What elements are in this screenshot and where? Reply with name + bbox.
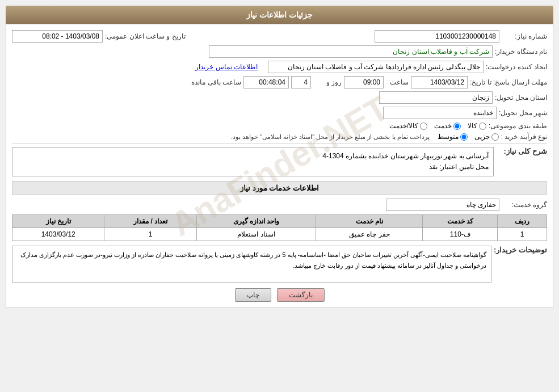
announcement-date-input[interactable] (12, 30, 103, 43)
category-label: طبقه بندی موضوعی: (489, 122, 547, 130)
delivery-city-label: شهر محل تحویل: (499, 109, 547, 117)
col-unit: واحد اندازه گیری (196, 215, 316, 228)
creator-input[interactable] (268, 61, 484, 73)
reply-remaining-input[interactable] (243, 76, 289, 88)
category-row: طبقه بندی موضوعی: کالا خدمت کالا/خدمت (12, 122, 547, 130)
process-note: پرداخت تمام یا بخشی از مبلغ خریدار از مح… (231, 133, 430, 141)
col-row-num: ردیف (498, 215, 547, 228)
reply-deadline-label: مهلت ارسال پاسخ: تا تاریخ: (470, 78, 547, 86)
page-header: جزئیات اطلاعات نیاز (6, 6, 553, 24)
category-label-both: کالا/خدمت (389, 122, 418, 130)
description-section-label: شرح کلی نیاز: (496, 147, 547, 155)
services-table: ردیف کد خدمت نام خدمت واحد اندازه گیری ت… (12, 214, 547, 241)
services-section-title: اطلاعات خدمات مورد نیاز (12, 181, 547, 195)
delivery-province-label: استان محل تحویل: (495, 94, 547, 102)
reply-date-input[interactable] (411, 76, 468, 88)
col-service-name: نام خدمت (316, 215, 423, 228)
description-row: شرح کلی نیاز: آبرسانی به شهر نورببهار شه… (12, 147, 547, 176)
need-number-row: شماره نیاز: تاریخ و ساعت اعلان عمومی: (12, 30, 547, 43)
delivery-province-row: استان محل تحویل: (12, 91, 547, 104)
category-label-service: خدمت (434, 122, 452, 130)
process-row: نوع فرآیند خرید : جزیی متوسط پرداخت تمام… (12, 133, 547, 141)
delivery-city-input[interactable] (383, 107, 497, 119)
category-radio-both[interactable] (420, 123, 427, 130)
description-line1: آبرسانی به شهر نورببهار شهرستان خدابنده … (17, 151, 489, 162)
category-option-goods[interactable]: کالا (468, 122, 486, 130)
col-qty: تعداد / مقدار (104, 215, 196, 228)
process-label: نوع فرآیند خرید : (501, 133, 547, 141)
process-option-medium[interactable]: متوسط (438, 133, 468, 141)
process-label-medium: متوسط (438, 133, 459, 141)
col-date: تاریخ نیاز (12, 215, 104, 228)
buyer-org-input[interactable] (209, 45, 493, 58)
col-service-code: کد خدمت (423, 215, 498, 228)
category-radio-group: کالا خدمت کالا/خدمت (389, 122, 486, 130)
process-option-partial[interactable]: جزیی (474, 133, 499, 141)
service-group-row: گروه خدمت: (12, 199, 547, 211)
table-row: 1ف-110حفر چاه عمیقاسناد استعلام11403/03/… (12, 228, 547, 241)
reply-days-input[interactable] (291, 76, 311, 88)
description-box: آبرسانی به شهر نورببهار شهرستان خدابنده … (12, 147, 494, 176)
reply-deadline-row: مهلت ارسال پاسخ: تا تاریخ: ساعت روز و سا… (12, 76, 547, 88)
separator-1 (12, 144, 547, 144)
buyer-org-label: نام دستگاه خریدار: (495, 48, 547, 56)
buyer-desc-row: توضیحات خریدار: گواهینامه صلاحیت ایمنی-آ… (12, 246, 547, 283)
creator-label: ایجاد کننده درخواست: (486, 63, 547, 71)
creator-row: ایجاد کننده درخواست: اطلاعات تماس خریدار (12, 61, 547, 73)
page-wrapper: جزئیات اطلاعات نیاز AnaFinder.NET شماره … (0, 0, 559, 392)
buyer-org-row: نام دستگاه خریدار: (12, 45, 547, 58)
delivery-city-row: شهر محل تحویل: (12, 107, 547, 119)
delivery-province-input[interactable] (379, 91, 493, 104)
category-option-both[interactable]: کالا/خدمت (389, 122, 427, 130)
process-radio-group: جزیی متوسط (438, 133, 499, 141)
category-radio-service[interactable] (453, 123, 461, 130)
buyer-desc-box: گواهینامه صلاحیت ایمنی-آگهی آخرین تغییرا… (12, 246, 491, 283)
action-buttons: بازگشت چاپ (12, 288, 547, 302)
reply-days-label: روز و (313, 78, 342, 86)
header-title: جزئیات اطلاعات نیاز (246, 10, 313, 19)
creator-contact-link[interactable]: اطلاعات تماس خریدار (195, 63, 258, 71)
category-option-service[interactable]: خدمت (434, 122, 461, 130)
service-group-input[interactable] (386, 199, 499, 211)
process-label-partial: جزیی (474, 133, 490, 141)
description-line2: محل تامین اعتبار: نقد (17, 162, 489, 172)
process-radio-medium[interactable] (460, 133, 468, 141)
service-group-label: گروه خدمت: (502, 201, 547, 209)
category-label-goods: کالا (468, 122, 477, 130)
process-radio-partial[interactable] (491, 133, 499, 141)
reply-time-label: ساعت (386, 78, 409, 86)
reply-remaining-label: ساعت باقی مانده (191, 78, 241, 86)
need-number-label: شماره نیاز: (502, 32, 547, 40)
main-content: AnaFinder.NET شماره نیاز: تاریخ و ساعت ا… (6, 24, 553, 308)
reply-time-input[interactable] (344, 76, 384, 88)
need-number-input[interactable] (375, 30, 499, 43)
print-button[interactable]: چاپ (235, 288, 271, 302)
buyer-desc-label: توضیحات خریدار: (494, 246, 547, 254)
category-radio-goods[interactable] (479, 123, 486, 130)
back-button[interactable]: بازگشت (277, 288, 325, 302)
announcement-date-label: تاریخ و ساعت اعلان عمومی: (105, 32, 186, 40)
